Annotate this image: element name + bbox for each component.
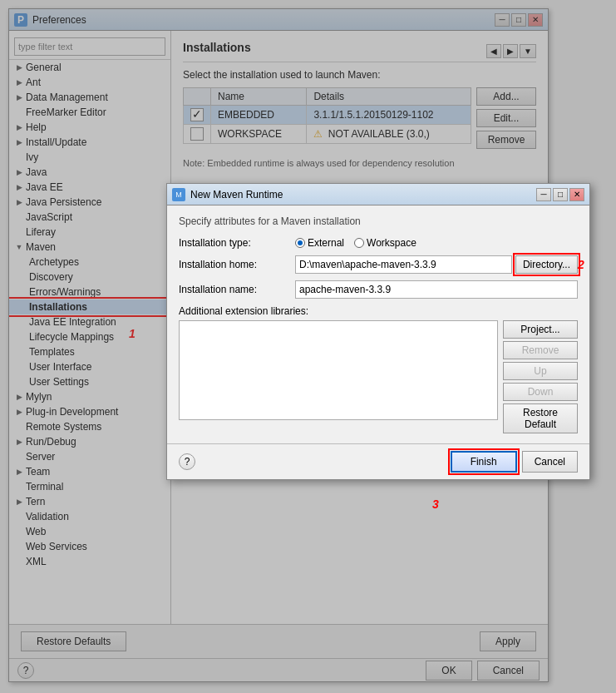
- radio-circle-workspace: [354, 238, 364, 248]
- project-button[interactable]: Project...: [503, 320, 578, 339]
- restore-default-button[interactable]: Restore Default: [503, 403, 578, 433]
- installation-type-row: Installation type: External Workspace: [179, 237, 578, 249]
- finish-button[interactable]: Finish: [451, 451, 517, 473]
- installation-name-label: Installation name:: [179, 284, 295, 295]
- annotation-3: 3: [432, 497, 439, 511]
- dialog-subtitle: Specify attributes for a Maven installat…: [179, 215, 578, 227]
- dialog-cancel-button[interactable]: Cancel: [522, 451, 578, 473]
- installation-name-row: Installation name:: [179, 280, 578, 299]
- annotation-2: 2: [578, 258, 584, 271]
- down-button[interactable]: Down: [503, 383, 578, 401]
- ext-area: Project... Remove Up Down Restore Defaul…: [179, 320, 578, 433]
- installation-name-input[interactable]: [295, 280, 578, 299]
- dialog-close-button[interactable]: ✕: [569, 188, 584, 201]
- dialog-title-buttons: ─ □ ✕: [536, 188, 584, 201]
- new-maven-runtime-dialog: M New Maven Runtime ─ □ ✕ Specify attrib…: [166, 183, 590, 480]
- remove-ext-button[interactable]: Remove: [503, 341, 578, 359]
- radio-workspace[interactable]: Workspace: [354, 237, 416, 249]
- ext-list[interactable]: [179, 320, 498, 420]
- radio-workspace-label: Workspace: [367, 237, 416, 249]
- ext-libraries-label: Additional extension libraries:: [179, 305, 578, 317]
- ext-libraries-section: Additional extension libraries: Project.…: [179, 305, 578, 433]
- installation-home-input[interactable]: [295, 255, 512, 274]
- radio-circle-external: [295, 238, 305, 248]
- dialog-title: New Maven Runtime: [190, 189, 536, 200]
- installation-home-row: Installation home: Directory...: [179, 255, 578, 274]
- dialog-maximize-button[interactable]: □: [553, 188, 568, 201]
- radio-external-label: External: [308, 237, 344, 249]
- installation-type-label: Installation type:: [179, 237, 295, 249]
- dialog-title-bar: M New Maven Runtime ─ □ ✕: [167, 184, 589, 205]
- radio-group: External Workspace: [295, 237, 416, 249]
- radio-external[interactable]: External: [295, 237, 344, 249]
- dialog-body: Specify attributes for a Maven installat…: [167, 205, 589, 443]
- dialog-footer: ? Finish Cancel: [167, 443, 589, 479]
- up-button[interactable]: Up: [503, 362, 578, 380]
- installation-home-label: Installation home:: [179, 259, 295, 270]
- dialog-icon: M: [172, 188, 185, 201]
- ext-buttons: Project... Remove Up Down Restore Defaul…: [503, 320, 578, 433]
- dialog-minimize-button[interactable]: ─: [536, 188, 551, 201]
- dialog-help-button[interactable]: ?: [179, 453, 195, 470]
- directory-button[interactable]: Directory...: [515, 255, 578, 274]
- dialog-footer-buttons: Finish Cancel: [451, 451, 578, 473]
